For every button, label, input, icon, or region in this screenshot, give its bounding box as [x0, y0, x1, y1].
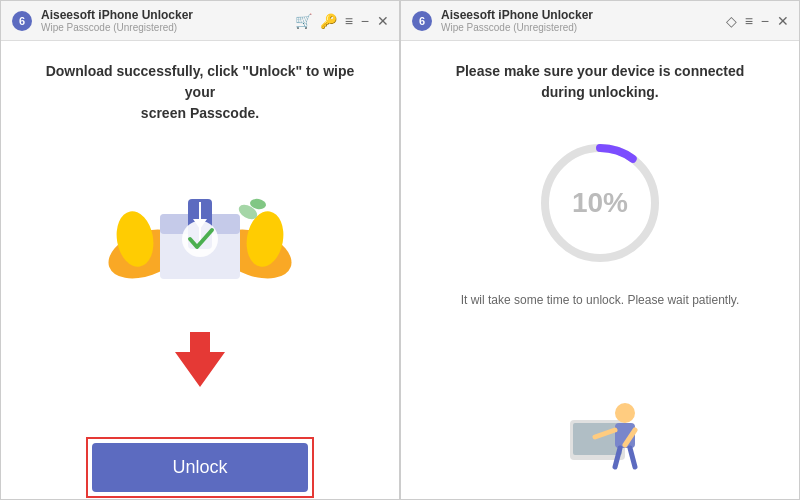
- unlock-button-container: Unlock: [86, 437, 313, 498]
- right-app-name: Aiseesoft iPhone Unlocker: [441, 8, 726, 22]
- close-icon[interactable]: ✕: [377, 13, 389, 29]
- menu-icon[interactable]: ≡: [345, 13, 353, 29]
- left-title-bar: 6 Aiseesoft iPhone Unlocker Wipe Passcod…: [1, 1, 399, 41]
- unlock-button[interactable]: Unlock: [92, 443, 307, 492]
- right-title-bar: 6 Aiseesoft iPhone Unlocker Wipe Passcod…: [401, 1, 799, 41]
- svg-text:6: 6: [19, 15, 25, 27]
- svg-marker-14: [175, 332, 225, 387]
- left-panel-content: Download successfully, click "Unlock" to…: [1, 41, 399, 500]
- progress-circle: 10%: [530, 133, 670, 273]
- left-app-logo-icon: 6: [11, 10, 33, 32]
- left-app-sub: Wipe Passcode (Unregistered): [41, 22, 295, 33]
- minimize-icon[interactable]: −: [361, 13, 369, 29]
- left-header-text: Download successfully, click "Unlock" to…: [31, 61, 369, 124]
- left-panel: 6 Aiseesoft iPhone Unlocker Wipe Passcod…: [0, 0, 400, 500]
- right-app-logo-icon: 6: [411, 10, 433, 32]
- right-panel-content: Please make sure your device is connecte…: [401, 41, 799, 499]
- person-illustration: [540, 395, 660, 479]
- svg-line-24: [630, 448, 635, 467]
- svg-point-11: [182, 221, 218, 257]
- right-app-sub: Wipe Passcode (Unregistered): [441, 22, 726, 33]
- progress-percent-text: 10%: [572, 187, 628, 219]
- right-close-icon[interactable]: ✕: [777, 13, 789, 29]
- right-panel: 6 Aiseesoft iPhone Unlocker Wipe Passcod…: [400, 0, 800, 500]
- right-menu-icon[interactable]: ≡: [745, 13, 753, 29]
- download-illustration: [100, 144, 300, 304]
- svg-point-19: [615, 403, 635, 423]
- right-header-text: Please make sure your device is connecte…: [456, 61, 745, 103]
- right-minimize-icon[interactable]: −: [761, 13, 769, 29]
- diamond-icon[interactable]: ◇: [726, 13, 737, 29]
- left-app-name: Aiseesoft iPhone Unlocker: [41, 8, 295, 22]
- wait-message: It wil take some time to unlock. Please …: [461, 293, 740, 307]
- cart-icon[interactable]: 🛒: [295, 13, 312, 29]
- unlock-button-box: Unlock: [86, 437, 313, 498]
- key-icon[interactable]: 🔑: [320, 13, 337, 29]
- red-arrow-indicator: [170, 332, 230, 387]
- svg-text:6: 6: [419, 15, 425, 27]
